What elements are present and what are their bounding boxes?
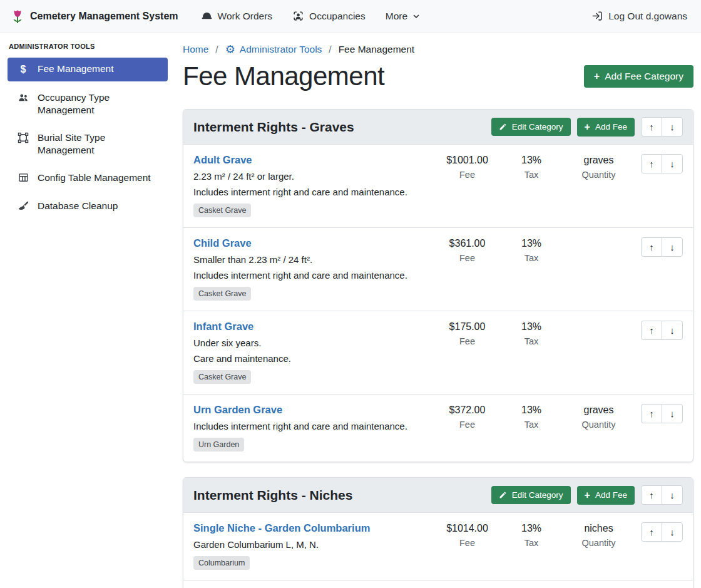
sidebar-item-label: Occupancy Type Management: [38, 91, 160, 116]
nav-item-label: Work Orders: [218, 11, 273, 22]
arrow-down-icon: ↓: [670, 527, 675, 537]
nav-item-label: Occupancies: [309, 11, 366, 22]
fee-description: Includes interment right and care and ma…: [193, 270, 425, 281]
tax-value: 13%: [503, 523, 560, 534]
arrow-up-icon: ↑: [649, 242, 654, 252]
category-title: Interment Rights - Graves: [193, 120, 491, 135]
fee-name-link[interactable]: Infant Grave: [193, 321, 253, 332]
edit-category-button[interactable]: Edit Category: [491, 118, 571, 136]
move-fee-down-button[interactable]: ↓: [662, 321, 683, 340]
nav-item-work-orders[interactable]: Work Orders: [201, 10, 273, 22]
app-brand[interactable]: Cemetery Management System: [10, 8, 178, 24]
chevron-down-icon: [412, 13, 420, 20]
move-category-down-button[interactable]: ↓: [662, 485, 683, 505]
sidebar-item-database-cleanup[interactable]: Database Cleanup: [8, 195, 168, 217]
fee-amount-col: $1014.00 Fee: [431, 522, 503, 570]
fee-amount-col: $372.00 Fee: [431, 404, 503, 451]
move-category-up-button[interactable]: ↑: [641, 117, 662, 137]
tax-value: 13%: [503, 405, 560, 416]
breadcrumb: Home / ⚙ Administrator Tools / Fee Manag…: [183, 44, 693, 55]
nav-item-more[interactable]: More: [386, 11, 420, 22]
fee-tax-col: 13% Tax: [503, 321, 560, 384]
fee-description: Garden Columbarium L, M, N.: [193, 539, 425, 550]
arrow-up-icon: ↑: [649, 408, 654, 419]
nav-item-occupancies[interactable]: Occupancies: [292, 10, 366, 22]
fee-type-badge: Casket Grave: [193, 287, 251, 301]
fee-amount: $372.00: [431, 405, 503, 416]
plus-icon: +: [585, 122, 590, 132]
logout-link[interactable]: Log Out d.gowans: [591, 10, 687, 22]
logout-label: Log Out d.gowans: [608, 11, 687, 22]
fee-tax-col: 13% Tax: [503, 522, 560, 570]
add-fee-category-button[interactable]: + Add Fee Category: [584, 65, 693, 88]
add-fee-button[interactable]: + Add Fee: [577, 118, 635, 137]
fee-description: Includes interment right and care and ma…: [193, 421, 425, 431]
breadcrumb-admin-tools-link[interactable]: ⚙ Administrator Tools: [225, 44, 322, 55]
fee-row-infant-grave: Infant Grave Under six years. Care and m…: [183, 311, 693, 395]
move-fee-up-button[interactable]: ↑: [641, 404, 662, 423]
fee-tax-col: 13% Tax: [503, 154, 560, 217]
sidebar-item-occupancy-type-management[interactable]: Occupancy Type Management: [8, 86, 168, 121]
tax-value: 13%: [503, 321, 560, 333]
quantity-label: Quantity: [560, 538, 638, 548]
sidebar-item-fee-management[interactable]: $ Fee Management: [8, 58, 168, 81]
quantity-value: niches: [560, 523, 638, 534]
pencil-icon: [499, 123, 507, 131]
fee-quantity-col: niches Quantity: [560, 522, 638, 570]
fee-amount: $361.00: [431, 238, 503, 249]
arrow-up-icon: ↑: [649, 325, 654, 336]
tax-label: Tax: [503, 253, 560, 263]
app-title: Cemetery Management System: [30, 11, 178, 22]
sidebar-item-burial-site-type-management[interactable]: Burial Site Type Management: [8, 126, 168, 162]
move-fee-down-button[interactable]: ↓: [662, 404, 683, 423]
arrow-down-icon: ↓: [670, 121, 675, 132]
broom-icon: [16, 200, 30, 212]
quantity-label: Quantity: [560, 170, 638, 180]
fee-amount-label: Fee: [431, 170, 503, 180]
fee-amount-label: Fee: [431, 420, 503, 430]
move-fee-up-button[interactable]: ↑: [641, 522, 662, 542]
move-fee-up-button[interactable]: ↑: [641, 237, 662, 257]
fee-name-link[interactable]: Urn Garden Grave: [193, 404, 282, 415]
admin-tools-sidebar: ADMINISTRATOR TOOLS $ Fee Management Occ…: [0, 33, 175, 588]
fee-name-link[interactable]: Adult Grave: [193, 154, 252, 165]
sidebar-item-config-table-management[interactable]: Config Table Management: [8, 167, 168, 189]
fee-name-link[interactable]: Single Niche - Garden Columbarium: [193, 522, 370, 534]
add-fee-button[interactable]: + Add Fee: [577, 486, 635, 505]
nav-item-label: More: [386, 11, 407, 22]
arrow-down-icon: ↓: [670, 490, 675, 500]
fee-type-badge: Urn Garden: [193, 438, 244, 451]
move-fee-down-button[interactable]: ↓: [662, 237, 683, 257]
tax-value: 13%: [503, 238, 560, 249]
move-category-down-button[interactable]: ↓: [662, 117, 683, 137]
fee-amount-col: $1001.00 Fee: [431, 154, 503, 217]
fee-amount-label: Fee: [431, 253, 503, 263]
breadcrumb-home-link[interactable]: Home: [183, 44, 208, 55]
quantity-label: Quantity: [560, 420, 638, 430]
edit-category-button[interactable]: Edit Category: [491, 486, 571, 504]
move-fee-up-button[interactable]: ↑: [641, 321, 662, 340]
move-fee-down-button[interactable]: ↓: [662, 154, 683, 173]
logout-icon: [591, 10, 603, 22]
fee-type-badge: Casket Grave: [193, 204, 251, 217]
gear-icon: ⚙: [225, 44, 235, 55]
breadcrumb-separator: /: [329, 44, 331, 55]
category-header: Interment Rights - Graves Edit Category …: [183, 110, 693, 145]
fee-description: Includes interment right and care and ma…: [193, 187, 425, 197]
fee-quantity-col: graves Quantity: [560, 154, 638, 217]
category-header: Interment Rights - Niches Edit Category …: [183, 478, 693, 513]
move-category-up-button[interactable]: ↑: [641, 485, 662, 505]
dollar-icon: $: [16, 63, 30, 76]
move-fee-up-button[interactable]: ↑: [641, 154, 662, 173]
fee-name-link[interactable]: Child Grave: [193, 237, 252, 249]
arrow-up-icon: ↑: [649, 490, 654, 500]
tax-value: 13%: [503, 155, 560, 166]
tax-label: Tax: [503, 170, 560, 180]
arrow-down-icon: ↓: [670, 158, 675, 169]
move-fee-down-button[interactable]: ↓: [662, 522, 683, 542]
fee-description: Smaller than 2.23 m² / 24 ft².: [193, 254, 425, 265]
fee-type-badge: Casket Grave: [193, 370, 251, 384]
page-title: Fee Management: [183, 61, 384, 91]
tax-label: Tax: [503, 538, 560, 548]
arrow-down-icon: ↓: [670, 242, 675, 252]
